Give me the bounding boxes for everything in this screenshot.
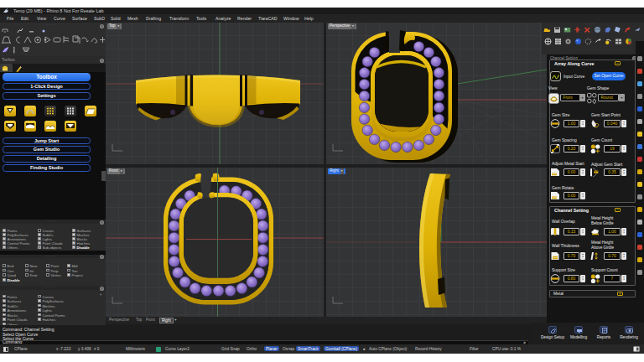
svg-text:x: x [341, 302, 343, 305]
svg-text:x: x [121, 302, 122, 305]
svg-text:x: x [121, 149, 122, 153]
svg-text:x: x [341, 149, 343, 153]
